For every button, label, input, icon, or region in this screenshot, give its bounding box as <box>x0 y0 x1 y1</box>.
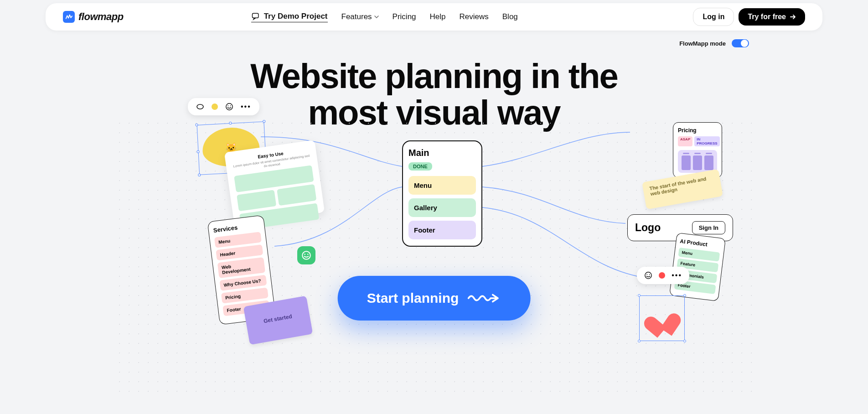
login-button[interactable]: Log in <box>693 8 734 26</box>
ellipse-tool-icon[interactable] <box>196 103 204 111</box>
asap-badge: ASAP <box>678 136 692 146</box>
try-free-button[interactable]: Try for free <box>739 8 805 26</box>
smiley-icon[interactable] <box>225 103 233 111</box>
svg-point-8 <box>645 272 651 279</box>
features-link[interactable]: Features <box>341 12 379 21</box>
svg-point-1 <box>197 104 203 109</box>
svg-rect-0 <box>252 13 258 18</box>
status-badge: DONE <box>408 162 432 171</box>
squiggle-arrow-icon <box>467 292 501 305</box>
svg-point-6 <box>304 254 305 255</box>
brand-name: flowmapp <box>78 11 124 23</box>
section-block[interactable]: Gallery <box>408 198 476 217</box>
shape-toolbar[interactable]: ••• <box>188 98 259 115</box>
annotation-toolbar[interactable]: ••• <box>637 267 689 284</box>
main-card-title: Main <box>408 148 476 158</box>
mode-label: FlowMapp mode <box>679 40 726 47</box>
brand-logo[interactable]: flowmapp <box>63 11 124 23</box>
color-swatch[interactable] <box>659 272 665 279</box>
start-planning-button[interactable]: Start planning <box>338 276 531 321</box>
smiley-icon[interactable] <box>644 271 652 279</box>
svg-point-2 <box>226 104 232 110</box>
svg-point-3 <box>227 105 228 106</box>
svg-point-10 <box>649 274 650 275</box>
mode-row: FlowMapp mode <box>0 31 868 48</box>
more-icon[interactable]: ••• <box>672 271 682 279</box>
chevron-down-icon <box>374 15 379 19</box>
more-icon[interactable]: ••• <box>241 103 251 111</box>
nav-right: Log in Try for free <box>693 8 805 26</box>
svg-point-4 <box>230 105 231 106</box>
help-link[interactable]: Help <box>430 12 446 21</box>
pricing-preview <box>678 150 717 173</box>
arrow-right-icon <box>790 14 796 20</box>
pricing-link[interactable]: Pricing <box>393 12 416 21</box>
svg-point-7 <box>307 254 309 255</box>
message-icon <box>251 12 260 21</box>
sticky-note-yellow[interactable]: The start of the web and web design <box>642 169 723 210</box>
signin-button[interactable]: Sign In <box>692 221 725 234</box>
toggle-knob <box>741 40 748 47</box>
blog-link[interactable]: Blog <box>502 12 518 21</box>
try-demo-link[interactable]: Try Demo Project <box>251 12 328 22</box>
section-block[interactable]: Footer <box>408 221 476 239</box>
hero-canvas: ••• 🐱 Easy to Use Lorem ipsum dolor sit … <box>115 119 753 392</box>
nav-center: Try Demo Project Features Pricing Help R… <box>251 12 518 22</box>
section-block[interactable]: Menu <box>408 176 476 195</box>
svg-point-5 <box>302 251 310 259</box>
wireframe-preview[interactable]: Easy to Use Lorem ipsum dolor sit amet c… <box>224 140 325 225</box>
mode-toggle[interactable] <box>731 39 749 48</box>
reviews-link[interactable]: Reviews <box>460 12 489 21</box>
main-header: flowmapp Try Demo Project Features Prici… <box>46 3 822 31</box>
progress-badge: IN PROGRESS <box>694 136 719 146</box>
heart-icon <box>648 305 676 331</box>
emoji-chip[interactable] <box>297 246 315 264</box>
svg-point-9 <box>647 274 648 275</box>
color-swatch[interactable] <box>212 104 218 110</box>
logo-icon <box>63 11 75 23</box>
heart-selection[interactable] <box>639 295 685 341</box>
list-item[interactable]: Web Development <box>217 257 265 278</box>
main-node-card[interactable]: Main DONE Menu Gallery Footer <box>402 140 482 247</box>
